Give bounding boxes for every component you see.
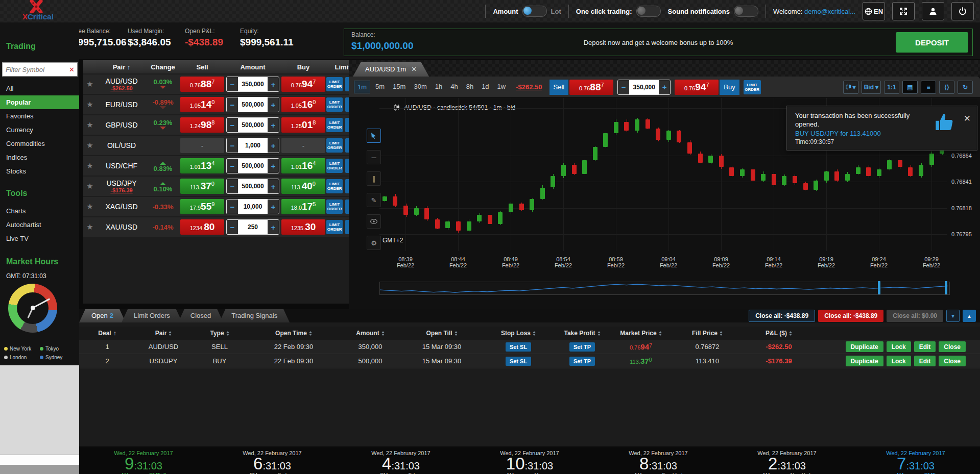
pair-cell[interactable]: AUD/USD-$262.50 xyxy=(97,77,147,91)
pair-cell[interactable]: OIL/USD xyxy=(97,141,147,149)
sell-button[interactable]: 1.24988 xyxy=(180,117,224,133)
set-stop-loss-button[interactable]: Set SL xyxy=(506,342,531,352)
buy-button[interactable]: 1.05160 xyxy=(281,97,325,112)
change-header[interactable]: Change xyxy=(147,63,179,71)
gear-tool-icon[interactable]: ⚙ xyxy=(367,236,381,250)
increase-amount-button[interactable]: + xyxy=(268,77,279,91)
amount-header[interactable]: Amount xyxy=(225,63,280,71)
buy-button[interactable]: 113.400 xyxy=(281,179,325,194)
duplicate-button[interactable]: Duplicate xyxy=(846,356,883,366)
chart-series-legend[interactable]: AUD/USD - candlestick 54/501 - 1m - bid xyxy=(394,104,515,111)
decrease-amount-button[interactable]: − xyxy=(227,199,238,214)
sidebar-item-popular[interactable]: Popular xyxy=(0,95,79,109)
close-button[interactable]: Close xyxy=(939,341,966,352)
sound-notifications-toggle[interactable] xyxy=(734,6,758,17)
language-button[interactable]: EN xyxy=(863,2,885,20)
favorite-star-icon[interactable]: ★ xyxy=(83,120,97,130)
edit-button[interactable]: Edit xyxy=(914,341,936,352)
increase-amount-button[interactable]: + xyxy=(268,179,279,193)
close-all-button-2[interactable]: Close all: -$438.89 xyxy=(818,310,883,322)
timeframe-4h[interactable]: 4h xyxy=(447,81,461,93)
decrease-amount-button[interactable]: − xyxy=(227,138,238,153)
close-all-button-1[interactable]: Close all: -$438.89 xyxy=(749,310,815,322)
app-logo[interactable]: XCritical xyxy=(21,1,83,22)
amount-value[interactable]: 500,000 xyxy=(238,179,268,193)
indicators-icon[interactable]: ≡ xyxy=(921,81,936,94)
pair-header[interactable]: Pair ↑ xyxy=(97,63,147,71)
filter-symbol-input[interactable] xyxy=(3,66,65,73)
data-window-icon[interactable]: ▤ xyxy=(902,81,918,94)
scroll-up-button[interactable]: ▴ xyxy=(963,310,976,322)
sell-header[interactable]: Sell xyxy=(179,63,225,71)
timeframe-30m[interactable]: 30m xyxy=(411,81,429,93)
edit-button[interactable]: Edit xyxy=(914,356,936,366)
limit-order-button[interactable]: LIMITORDER xyxy=(326,179,343,193)
amount-value[interactable]: 1,000 xyxy=(238,138,268,153)
buy-header[interactable]: Buy xyxy=(280,63,326,71)
limit-order-button[interactable]: LIMITORDER xyxy=(326,118,343,132)
buy-button[interactable]: 1235.30 xyxy=(281,219,325,235)
navigator-handle[interactable] xyxy=(878,281,880,294)
set-take-profit-button[interactable]: Set TP xyxy=(569,342,595,352)
limit-order-button[interactable]: LIMITORDER xyxy=(326,97,343,112)
navigator-handle[interactable] xyxy=(945,281,947,294)
increase-amount-button[interactable]: + xyxy=(659,80,670,94)
lock-button[interactable]: Lock xyxy=(887,341,911,352)
limit-order-button[interactable]: LIMITORDER xyxy=(326,159,343,173)
column-header-market-price[interactable]: Market Price xyxy=(610,330,672,337)
increase-amount-button[interactable]: + xyxy=(268,118,279,132)
sidebar-item-indices[interactable]: Indices xyxy=(0,151,79,164)
increase-amount-button[interactable]: + xyxy=(268,220,279,234)
column-header-deal[interactable]: Deal↑ xyxy=(79,330,135,337)
scroll-down-button[interactable]: ▾ xyxy=(946,310,960,322)
bid-ask-dropdown[interactable]: Bid▾ xyxy=(862,81,881,94)
timeframe-15m[interactable]: 15m xyxy=(390,81,409,93)
sidebar-item-currency[interactable]: Currency xyxy=(0,123,79,137)
favorite-star-icon[interactable]: ★ xyxy=(83,141,97,150)
column-header-type[interactable]: Type xyxy=(192,330,248,337)
favorite-star-icon[interactable]: ★ xyxy=(83,80,97,89)
duplicate-button[interactable]: Duplicate xyxy=(846,341,883,352)
chart-open-pl[interactable]: -$262.50 xyxy=(516,83,542,91)
notification-order-link[interactable]: BUY USD/JPY for 113.41000 xyxy=(795,130,881,137)
clear-filter-icon[interactable]: ✕ xyxy=(65,66,79,73)
buy-button[interactable]: 1.01164 xyxy=(281,158,325,173)
close-tab-icon[interactable]: ✕ xyxy=(411,65,417,73)
chart-type-dropdown[interactable]: ▾ xyxy=(843,81,858,94)
buy-button[interactable]: 0.76947 xyxy=(281,77,325,92)
decrease-amount-button[interactable]: − xyxy=(618,80,629,94)
buy-button[interactable]: 1.25018 xyxy=(281,117,325,133)
tab-closed[interactable]: Closed xyxy=(178,309,223,322)
pair-cell[interactable]: USD/JPY-$176.39 xyxy=(97,179,147,193)
timeframe-1d[interactable]: 1d xyxy=(479,81,492,93)
lock-button[interactable]: Lock xyxy=(887,356,911,366)
decrease-amount-button[interactable]: − xyxy=(227,77,238,91)
favorite-star-icon[interactable]: ★ xyxy=(83,161,97,170)
pencil-tool-icon[interactable]: ✎ xyxy=(367,193,381,207)
amount-value[interactable]: 10,000 xyxy=(238,199,268,214)
increase-amount-button[interactable]: + xyxy=(268,97,279,112)
account-email-link[interactable]: demo@xcritical... xyxy=(804,8,855,15)
tab-limit-orders[interactable]: Limit Orders xyxy=(122,309,182,322)
amount-value[interactable]: 500,000 xyxy=(238,97,268,112)
amount-value[interactable]: 500,000 xyxy=(238,159,268,173)
timeframe-1h[interactable]: 1h xyxy=(432,81,445,93)
sell-button[interactable]: 1.05140 xyxy=(180,97,224,112)
amount-value[interactable]: 500,000 xyxy=(238,118,268,132)
column-header-amount[interactable]: Amount xyxy=(340,330,401,337)
amount-value[interactable]: 350,000 xyxy=(629,80,659,94)
sell-button[interactable]: 1234.80 xyxy=(180,219,224,235)
pair-cell[interactable]: USD/CHF xyxy=(97,162,147,170)
column-header-fill-price[interactable]: Fill Price xyxy=(672,330,743,337)
fullscreen-button[interactable] xyxy=(892,2,915,20)
limit-order-button[interactable]: LIMITORDER xyxy=(326,77,343,91)
favorite-star-icon[interactable]: ★ xyxy=(83,100,97,109)
set-take-profit-button[interactable]: Set TP xyxy=(569,357,595,366)
refresh-icon[interactable]: ↻ xyxy=(958,81,973,94)
deposit-button[interactable]: DEPOSIT xyxy=(896,32,968,53)
sidebar-item-charts[interactable]: Charts xyxy=(0,204,79,218)
minus-tool-icon[interactable]: ─ xyxy=(367,150,381,164)
close-notification-icon[interactable]: ✕ xyxy=(964,113,971,124)
timeframe-1m[interactable]: 1m xyxy=(354,81,370,93)
decrease-amount-button[interactable]: − xyxy=(227,159,238,173)
